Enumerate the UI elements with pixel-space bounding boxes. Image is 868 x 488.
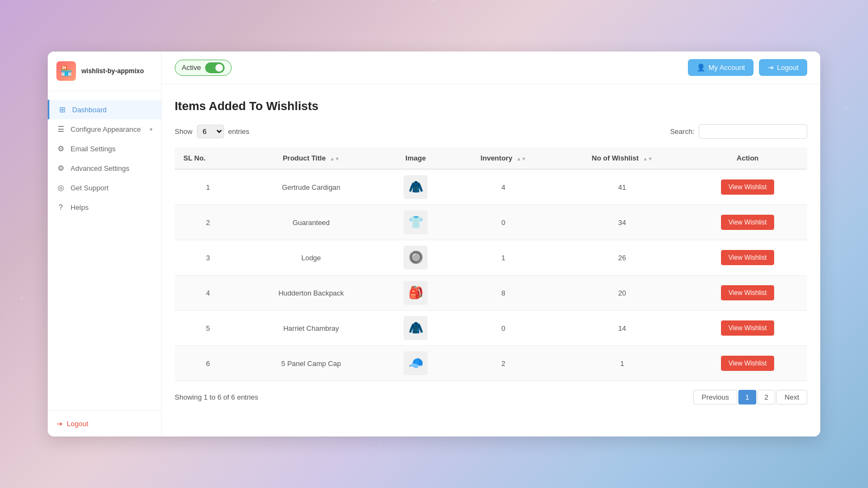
- view-wishlist-button[interactable]: View Wishlist: [721, 320, 774, 336]
- table-controls: Show 6 10 25 50 entries Search:: [175, 124, 807, 139]
- svg-point-22: [379, 444, 381, 446]
- product-image: 🎒: [404, 281, 427, 305]
- cell-sl: 3: [175, 240, 241, 275]
- sidebar-logout-label: Logout: [67, 420, 88, 428]
- cell-inventory: 8: [450, 275, 556, 311]
- sidebar-item-advanced-settings[interactable]: ⚙ Advanced Settings: [48, 158, 161, 178]
- view-wishlist-button[interactable]: View Wishlist: [721, 285, 774, 300]
- logo-text: wishlist-by-appmixo: [81, 67, 144, 75]
- help-icon: ?: [56, 203, 65, 211]
- cell-title: Lodge: [241, 240, 381, 275]
- active-toggle[interactable]: [205, 62, 225, 73]
- table-header-row: SL No. Product Title ▲▼ Image Inventory …: [175, 147, 807, 169]
- cell-action: View Wishlist: [688, 205, 807, 240]
- sort-icon: ▲▼: [516, 156, 526, 162]
- cell-title: Harriet Chambray: [241, 311, 381, 346]
- col-image: Image: [381, 147, 450, 169]
- sidebar-item-label: Helps: [71, 203, 152, 211]
- cell-sl: 2: [175, 205, 241, 240]
- sidebar-logout-button[interactable]: ⇥ Logout: [56, 420, 152, 428]
- view-wishlist-button[interactable]: View Wishlist: [721, 250, 774, 265]
- view-wishlist-button[interactable]: View Wishlist: [721, 356, 774, 371]
- configure-icon: ☰: [56, 125, 65, 133]
- search-input[interactable]: [699, 124, 807, 139]
- product-image: 👕: [404, 210, 427, 234]
- cell-inventory: 1: [450, 240, 556, 275]
- table-row: 3 Lodge 🔘 1 26 View Wishlist: [175, 240, 807, 275]
- header-right: 👤 My Account ⇥ Logout: [688, 59, 807, 76]
- cell-wishlist-count: 34: [557, 205, 688, 240]
- cell-title: Gertrude Cardigan: [241, 169, 381, 205]
- show-label: Show: [175, 127, 193, 136]
- table-row: 1 Gertrude Cardigan 🧥 4 41 View Wishlist: [175, 169, 807, 205]
- cell-sl: 6: [175, 346, 241, 381]
- sidebar-item-helps[interactable]: ? Helps: [48, 197, 161, 217]
- data-table: SL No. Product Title ▲▼ Image Inventory …: [175, 147, 807, 381]
- cell-sl: 5: [175, 311, 241, 346]
- sidebar: 🏪 wishlist-by-appmixo ⊞ Dashboard ☰ Conf…: [48, 52, 162, 436]
- sidebar-item-get-support[interactable]: ◎ Get Support: [48, 178, 161, 197]
- table-row: 2 Guaranteed 👕 0 34 View Wishlist: [175, 205, 807, 240]
- cell-wishlist-count: 1: [557, 346, 688, 381]
- cell-sl: 1: [175, 169, 241, 205]
- header: Active 👤 My Account ⇥ Logout: [162, 52, 820, 84]
- showing-text: Showing 1 to 6 of 6 entries: [175, 393, 258, 401]
- cell-action: View Wishlist: [688, 311, 807, 346]
- cell-title: 5 Panel Camp Cap: [241, 346, 381, 381]
- account-icon: 👤: [697, 63, 705, 72]
- sort-icon: ▲▼: [330, 156, 340, 162]
- entries-select[interactable]: 6 10 25 50: [197, 125, 224, 138]
- sidebar-nav: ⊞ Dashboard ☰ Configure Appearance ▾ ⚙ E…: [48, 91, 161, 410]
- table-row: 4 Hudderton Backpack 🎒 8 20 View Wishlis…: [175, 275, 807, 311]
- cell-image: 🧥: [381, 169, 450, 205]
- sidebar-item-label: Get Support: [71, 184, 152, 192]
- cell-wishlist-count: 20: [557, 275, 688, 311]
- svg-point-20: [20, 297, 23, 300]
- sidebar-logo: 🏪 wishlist-by-appmixo: [48, 52, 161, 91]
- active-badge: Active: [175, 60, 232, 76]
- col-inventory: Inventory ▲▼: [450, 147, 556, 169]
- page-2-button[interactable]: 2: [757, 390, 775, 404]
- product-image: 🔘: [404, 246, 427, 269]
- header-logout-button[interactable]: ⇥ Logout: [759, 59, 807, 76]
- product-image: 🧥: [404, 175, 427, 199]
- table-row: 5 Harriet Chambray 🧥 0 14 View Wishlist: [175, 311, 807, 346]
- sidebar-item-label: Email Settings: [71, 145, 152, 153]
- table-body: 1 Gertrude Cardigan 🧥 4 41 View Wishlist…: [175, 169, 807, 381]
- my-account-button[interactable]: 👤 My Account: [688, 59, 754, 76]
- content-area: Items Added To Wishlists Show 6 10 25 50…: [162, 84, 820, 436]
- product-image: 🧢: [404, 351, 427, 375]
- logo-icon: 🏪: [56, 61, 76, 81]
- sidebar-item-configure-appearance[interactable]: ☰ Configure Appearance ▾: [48, 119, 161, 139]
- cell-action: View Wishlist: [688, 169, 807, 205]
- col-sl-no: SL No.: [175, 147, 241, 169]
- advanced-settings-icon: ⚙: [56, 164, 65, 172]
- page-1-button[interactable]: 1: [738, 390, 756, 404]
- col-product-title: Product Title ▲▼: [241, 147, 381, 169]
- previous-button[interactable]: Previous: [693, 390, 737, 404]
- cell-wishlist-count: 14: [557, 311, 688, 346]
- cell-image: 👕: [381, 205, 450, 240]
- view-wishlist-button[interactable]: View Wishlist: [721, 179, 774, 195]
- cell-action: View Wishlist: [688, 275, 807, 311]
- sidebar-item-dashboard[interactable]: ⊞ Dashboard: [48, 100, 161, 119]
- main-content: Active 👤 My Account ⇥ Logout Items Added…: [162, 52, 820, 436]
- sidebar-item-label: Advanced Settings: [71, 164, 152, 172]
- svg-point-11: [432, 0, 436, 2]
- logout-icon: ⇥: [768, 63, 774, 72]
- next-button[interactable]: Next: [776, 390, 807, 404]
- account-label: My Account: [709, 63, 745, 72]
- cell-title: Hudderton Backpack: [241, 275, 381, 311]
- col-no-of-wishlist: No of Wishlist ▲▼: [557, 147, 688, 169]
- cell-image: 🧥: [381, 311, 450, 346]
- cell-wishlist-count: 41: [557, 169, 688, 205]
- entries-label: entries: [228, 127, 250, 136]
- sidebar-item-email-settings[interactable]: ⚙ Email Settings: [48, 139, 161, 158]
- view-wishlist-button[interactable]: View Wishlist: [721, 215, 774, 230]
- cell-image: 🔘: [381, 240, 450, 275]
- cell-title: Guaranteed: [241, 205, 381, 240]
- product-image: 🧥: [404, 316, 427, 340]
- cell-action: View Wishlist: [688, 346, 807, 381]
- cell-image: 🧢: [381, 346, 450, 381]
- cell-inventory: 0: [450, 311, 556, 346]
